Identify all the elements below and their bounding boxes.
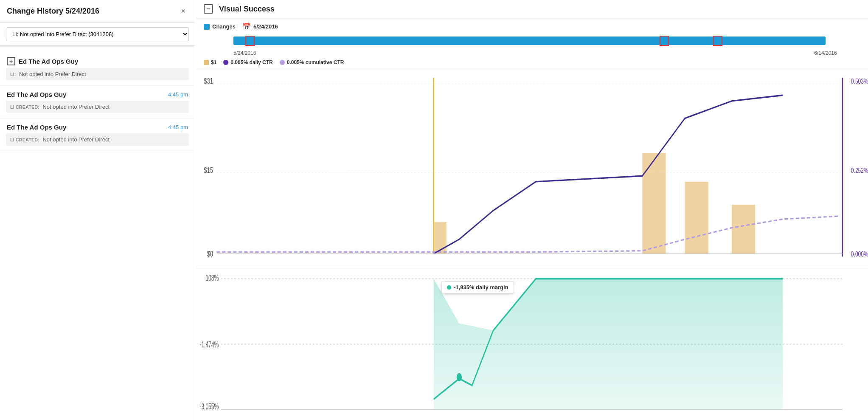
entry-header: Ed The Ad Ops Guy 4:45 pm bbox=[0, 86, 195, 101]
margin-chart-section: -1,935% daily margin 108% -1,474% -3,055… bbox=[195, 268, 868, 420]
entry-time: 4:45 pm bbox=[168, 91, 188, 98]
svg-rect-9 bbox=[685, 182, 708, 254]
legend-cumulative-ctr: 0.005% cumulative CTR bbox=[280, 59, 344, 65]
svg-text:$31: $31 bbox=[204, 77, 213, 85]
timeline-section: Changes 📅 5/24/2016 bbox=[195, 18, 868, 56]
main-panel: − Visual Success Changes 📅 5/24/2016 bbox=[195, 0, 868, 420]
margin-chart-svg: 108% -1,474% -3,055% bbox=[195, 268, 868, 420]
svg-text:$0: $0 bbox=[207, 250, 213, 258]
entry-body: LI CREATED: Not opted into Prefer Direct bbox=[6, 133, 189, 146]
tooltip-text: -1,935% daily margin bbox=[454, 284, 508, 290]
svg-text:0.000% CTR: 0.000% CTR bbox=[851, 250, 868, 258]
svg-text:0.252% CTR: 0.252% CTR bbox=[851, 167, 868, 175]
entry-text: Not opted into Prefer Direct bbox=[19, 71, 86, 77]
ctr-legend: $1 0.005% daily CTR 0.005% cumulative CT… bbox=[195, 56, 868, 69]
visual-success-header: − Visual Success bbox=[195, 0, 868, 18]
chart-area: Changes 📅 5/24/2016 bbox=[195, 18, 868, 420]
li-dropdown[interactable]: LI: Not opted into Prefer Direct (304120… bbox=[6, 27, 189, 41]
left-panel: Change History 5/24/2016 × LI: Not opted… bbox=[0, 0, 195, 420]
svg-rect-10 bbox=[732, 205, 755, 254]
tooltip-teal-dot bbox=[447, 285, 451, 290]
legend-daily-ctr-label: 0.005% daily CTR bbox=[230, 59, 272, 65]
entry-username: Ed The Ad Ops Guy bbox=[19, 58, 78, 65]
ctr-chart-svg: $31 $15 $0 0.503% CTR 0.252% CTR 0.000% … bbox=[195, 72, 868, 268]
legend-daily-ctr: 0.005% daily CTR bbox=[223, 59, 272, 65]
timeline-fill bbox=[233, 37, 826, 45]
change-marker-1[interactable] bbox=[245, 36, 255, 46]
timeline-track bbox=[233, 37, 826, 45]
entry-username: Ed The Ad Ops Guy bbox=[7, 124, 66, 131]
svg-text:0.503% CTR: 0.503% CTR bbox=[851, 77, 868, 85]
legend-date: 📅 5/24/2016 bbox=[242, 23, 278, 31]
entry-label: LI: bbox=[10, 72, 16, 77]
dropdown-row: LI: Not opted into Prefer Direct (304120… bbox=[0, 23, 195, 46]
change-marker-3[interactable] bbox=[713, 36, 722, 46]
panel-header: Change History 5/24/2016 × bbox=[0, 0, 195, 23]
legend-date-label: 5/24/2016 bbox=[253, 23, 278, 30]
svg-text:$15: $15 bbox=[204, 166, 213, 175]
change-entry: Ed The Ad Ops Guy 4:45 pm LI CREATED: No… bbox=[0, 86, 195, 118]
entry-username: Ed The Ad Ops Guy bbox=[7, 91, 66, 98]
entry-body: LI CREATED: Not opted into Prefer Direct bbox=[6, 101, 189, 113]
svg-rect-7 bbox=[434, 222, 447, 254]
timeline-bar-section: 5/24/2016 6/14/2016 bbox=[204, 35, 860, 56]
margin-tooltip: -1,935% daily margin bbox=[441, 281, 514, 293]
change-entry: + Ed The Ad Ops Guy LI: Not opted into P… bbox=[0, 46, 195, 86]
legend-daily-ctr-dot bbox=[223, 60, 228, 65]
entry-text: Not opted into Prefer Direct bbox=[42, 104, 110, 110]
panel-title: Change History 5/24/2016 bbox=[7, 7, 99, 16]
change-entries-list: + Ed The Ad Ops Guy LI: Not opted into P… bbox=[0, 46, 195, 420]
ctr-chart-section: $1 0.005% daily CTR 0.005% cumulative CT… bbox=[195, 56, 868, 268]
close-button[interactable]: × bbox=[178, 6, 188, 17]
svg-text:-3,055%: -3,055% bbox=[199, 402, 219, 412]
entry-header: + Ed The Ad Ops Guy bbox=[0, 52, 195, 68]
legend-cumulative-ctr-dot bbox=[280, 60, 285, 65]
entry-time: 4:45 pm bbox=[168, 124, 188, 130]
svg-text:108%: 108% bbox=[205, 273, 219, 282]
visual-success-title: Visual Success bbox=[219, 5, 275, 14]
change-entry: Ed The Ad Ops Guy 4:45 pm LI CREATED: No… bbox=[0, 118, 195, 151]
svg-text:-1,474%: -1,474% bbox=[199, 340, 219, 350]
entry-label: LI CREATED: bbox=[10, 104, 39, 110]
timeline-end-date: 6/14/2016 bbox=[814, 50, 837, 56]
legend-dollar-icon bbox=[204, 60, 209, 65]
entry-label: LI CREATED: bbox=[10, 137, 39, 142]
legend-dollar: $1 bbox=[204, 59, 216, 65]
entry-header: Ed The Ad Ops Guy 4:45 pm bbox=[0, 118, 195, 133]
legend-cumulative-ctr-label: 0.005% cumulative CTR bbox=[287, 59, 344, 65]
timeline-start-date: 5/24/2016 bbox=[233, 50, 256, 56]
entry-body: LI: Not opted into Prefer Direct bbox=[6, 68, 189, 80]
expand-button[interactable]: + bbox=[7, 57, 15, 65]
svg-rect-8 bbox=[642, 153, 666, 254]
svg-point-22 bbox=[457, 373, 462, 381]
entry-text: Not opted into Prefer Direct bbox=[42, 136, 110, 143]
chart-legend-row: Changes 📅 5/24/2016 bbox=[204, 23, 860, 31]
legend-dollar-label: $1 bbox=[211, 59, 216, 65]
svg-marker-21 bbox=[434, 279, 783, 410]
collapse-button[interactable]: − bbox=[204, 4, 213, 14]
legend-changes-icon bbox=[204, 24, 210, 30]
legend-changes-label: Changes bbox=[212, 23, 236, 30]
change-marker-2[interactable] bbox=[660, 36, 669, 46]
legend-changes: Changes bbox=[204, 23, 236, 30]
calendar-icon: 📅 bbox=[242, 23, 251, 31]
